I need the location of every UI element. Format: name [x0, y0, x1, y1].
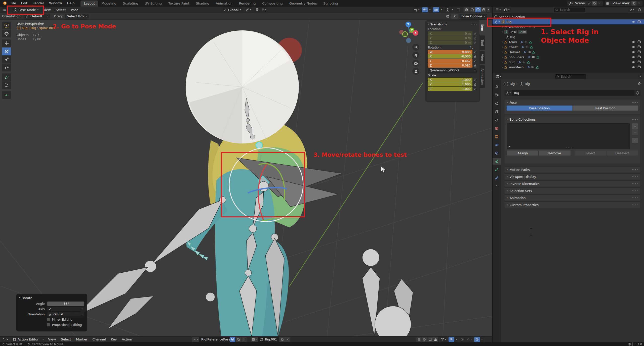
hide-channels-button[interactable] [427, 337, 433, 342]
outliner-filter-dropdown[interactable]: ▾ [503, 7, 511, 12]
hide-eye-icon[interactable] [632, 55, 635, 59]
delete-scene-button[interactable] [597, 1, 602, 6]
deselect-button[interactable]: Deselect [607, 151, 638, 156]
panel-inverse-kinematics[interactable]: ›Inverse Kinematics∙∙∙∙ [504, 181, 640, 187]
slot-filter-button[interactable]: ▾ [251, 337, 258, 342]
shading-solid-button[interactable] [469, 7, 475, 12]
slot-name-field[interactable]: Rig.001 [258, 337, 279, 342]
tab-modeling[interactable]: Modeling [98, 1, 119, 7]
pose-position-button[interactable]: Pose Position [507, 106, 572, 111]
tab-scripting[interactable]: Scripting [320, 1, 341, 7]
panel-animation[interactable]: ›Animation∙∙∙∙ [504, 195, 640, 201]
rotation-w-field[interactable]: W0.883 [428, 50, 472, 54]
render-camera-icon[interactable] [637, 65, 641, 69]
xray-dropdown[interactable]: ▾ [451, 7, 454, 12]
drag-dropdown[interactable]: Select Box ▾ [65, 14, 89, 19]
overlays-dropdown[interactable]: ▾ [439, 7, 443, 12]
hide-eye-icon[interactable] [632, 65, 635, 69]
ptab-physics[interactable] [494, 141, 500, 148]
show-gizmo-toggle[interactable] [422, 7, 428, 12]
tab-item[interactable]: Item [479, 21, 485, 34]
mode-dropdown[interactable]: Pose Mode ▾ [11, 7, 41, 13]
tab-layout[interactable]: Layout [80, 1, 98, 7]
panel-custom-properties[interactable]: ›Custom Properties∙∙∙∙ [504, 202, 640, 208]
show-overlays-toggle[interactable] [433, 7, 439, 12]
orientation-dropdown[interactable]: Global ▾ [221, 7, 243, 12]
snap-keys-toggle[interactable] [449, 337, 454, 342]
axis-neg-z-ball[interactable] [406, 38, 411, 43]
id-type-dropdown[interactable]: ▾ [504, 90, 512, 96]
fake-user-shield-icon[interactable] [634, 90, 640, 96]
tab-view[interactable]: View [479, 51, 485, 64]
tool-pose-breakdowner[interactable] [2, 91, 11, 99]
camera-view-button[interactable] [412, 60, 419, 67]
outliner-row-rig[interactable]: ▾ Rig [493, 19, 644, 24]
bone-collections-list[interactable]: ▶ ∙∙∙∙ [507, 123, 630, 149]
tab-sculpting[interactable]: Sculpting [119, 1, 141, 7]
list-expand-icon[interactable]: ▶ [509, 145, 510, 148]
render-camera-icon[interactable] [637, 50, 641, 54]
list-resize-dots[interactable]: ∙∙∙∙ [566, 146, 573, 148]
assign-button[interactable]: Assign [507, 151, 538, 156]
outliner-row-mesh[interactable]: › Chest [493, 44, 644, 50]
dopesheet-editor-type-button[interactable]: ▾ [2, 337, 9, 342]
ptab-tool[interactable] [494, 83, 500, 90]
new-viewlayer-button[interactable] [631, 1, 636, 6]
editor-type-button[interactable]: ▾ [2, 7, 9, 12]
mirror-axis-button[interactable]: X [451, 14, 458, 19]
new-scene-button[interactable] [592, 1, 597, 6]
action-name-field[interactable]: Rig|ReferencePose [199, 337, 229, 342]
proportional-falloff-dropdown[interactable]: ▾ [465, 337, 473, 342]
outliner-row-scene-collection[interactable]: Scene Collection [493, 14, 644, 19]
ptab-object-data[interactable] [493, 158, 501, 165]
select-button[interactable]: Select [575, 151, 606, 156]
box-toggle[interactable] [455, 7, 461, 12]
rotation-z-field[interactable]: Z0.087 [428, 63, 472, 68]
snap-toggle[interactable] [254, 7, 260, 12]
rotate-panel-header[interactable]: ▾Rotate [19, 295, 84, 300]
object-visibility-dropdown[interactable]: ▾ [413, 7, 421, 12]
tab-shading[interactable]: Shading [193, 1, 213, 7]
scene-selector[interactable]: ▾ Scene [567, 1, 603, 6]
delete-viewlayer-button[interactable] [636, 1, 641, 6]
bone-collections-header[interactable]: ▾Bone Collections∙∙∙∙ [504, 116, 640, 122]
new-action-button[interactable] [236, 337, 241, 342]
viewport-3d[interactable]: User Perspective (1) Rig | Rig : spine.0… [0, 20, 493, 336]
unlink-slot-button[interactable] [285, 337, 290, 342]
axis-x-ball[interactable]: X [415, 31, 417, 35]
lock-icon[interactable] [474, 37, 477, 40]
outliner-row-mesh[interactable]: › YourMesh [493, 65, 644, 70]
browse-action-button[interactable]: ▾ [192, 337, 199, 342]
pin-scene-icon[interactable] [587, 1, 592, 6]
proportional-editing-checkbox[interactable] [47, 323, 50, 326]
new-collection-button[interactable] [636, 7, 642, 12]
viewport-menu-select[interactable]: Select [53, 7, 68, 13]
panel-selection-sets[interactable]: ›Selection Sets∙∙∙∙ [504, 188, 640, 194]
drag-dots-icon[interactable]: ∙∙∙∙ [470, 23, 477, 25]
new-slot-button[interactable] [279, 337, 285, 342]
ptab-view-layer[interactable] [494, 108, 500, 115]
ptab-output[interactable] [494, 100, 500, 107]
lock-icon[interactable] [474, 87, 477, 90]
location-x-field[interactable]: X0 m [428, 31, 472, 36]
tab-uv-editing[interactable]: UV Editing [141, 1, 165, 7]
shading-wireframe-button[interactable] [464, 7, 469, 12]
remove-button[interactable]: Remove [539, 151, 570, 156]
menu-edit[interactable]: Edit [19, 0, 30, 7]
dope-menu-key[interactable]: Key [108, 336, 119, 343]
shading-dropdown[interactable]: ▾ [487, 7, 490, 12]
ptab-bone-constraint[interactable] [494, 175, 500, 181]
errors-filter-button[interactable] [433, 337, 438, 342]
transform-panel-header[interactable]: ▾Transform ∙∙∙∙ [428, 22, 477, 26]
tab-compositing[interactable]: Compositing [259, 1, 286, 7]
scale-x-field[interactable]: X1.000 [428, 78, 472, 82]
viewport-menu-view[interactable]: View [41, 7, 53, 13]
gizmo-dropdown[interactable]: ▾ [428, 7, 432, 12]
blender-logo-icon[interactable] [2, 1, 8, 5]
tool-transform[interactable] [2, 64, 11, 71]
proportional-toggle[interactable] [459, 337, 465, 342]
tab-animation[interactable]: Animation [479, 65, 485, 88]
viewlayer-selector[interactable]: ▾ ViewLayer [605, 1, 642, 6]
axis-z-ball[interactable]: Z [407, 23, 409, 26]
shading-rendered-button[interactable] [481, 7, 487, 12]
